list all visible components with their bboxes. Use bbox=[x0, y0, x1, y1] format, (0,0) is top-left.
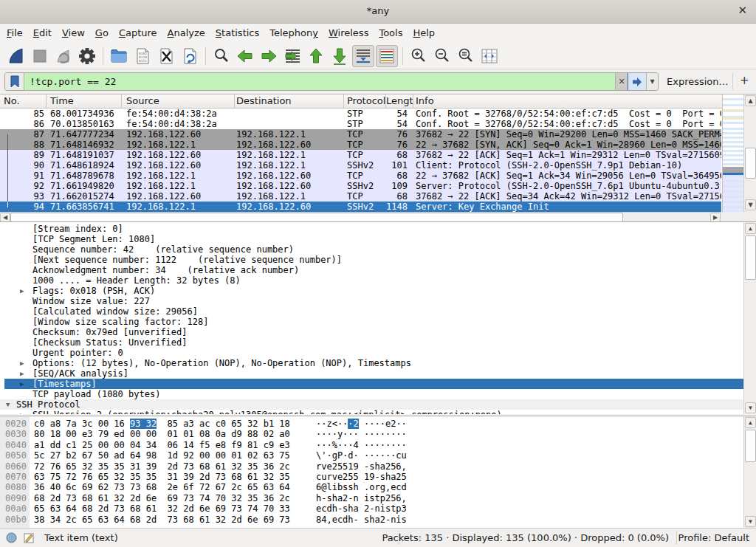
scroll-up-icon[interactable]: ▲ bbox=[745, 417, 756, 428]
detail-line[interactable]: [Calculated window size: 29056] bbox=[0, 306, 743, 317]
column-header-source[interactable]: Source bbox=[122, 94, 235, 108]
find-packet-button[interactable] bbox=[210, 45, 233, 67]
column-header-info[interactable]: Info bbox=[413, 94, 756, 108]
packet-row-94[interactable]: 9471.663856741192.168.122.1192.168.122.6… bbox=[0, 202, 721, 212]
detail-line[interactable]: Sequence number: 42 (relative sequence n… bbox=[0, 244, 743, 255]
scroll-down-icon[interactable]: ▼ bbox=[745, 199, 756, 210]
detail-line[interactable]: [Stream index: 0] bbox=[0, 224, 743, 234]
menu-file[interactable]: File bbox=[1, 24, 28, 43]
detail-line[interactable]: ▶[Timestamps] bbox=[0, 379, 743, 389]
packet-row-89[interactable]: 8971.648191037192.168.122.60192.168.122.… bbox=[0, 150, 721, 160]
intelligent-scrollbar-minimap[interactable] bbox=[722, 94, 743, 212]
filter-dropdown-button[interactable]: ▼ bbox=[646, 72, 658, 91]
scroll-up-icon[interactable]: ▲ bbox=[745, 223, 756, 234]
column-header-destination[interactable]: Destination bbox=[235, 94, 344, 108]
close-icon[interactable]: ✕ bbox=[738, 4, 747, 17]
scroll-thumb[interactable] bbox=[745, 235, 756, 280]
hex-row-0040[interactable]: 0040a1 dd c1 25 00 00 04 34 06 14 f5 e8 … bbox=[0, 440, 743, 450]
next-packet-button[interactable] bbox=[258, 45, 280, 67]
hex-row-00a0[interactable]: 00a065 63 64 68 2d 73 68 61 32 2d 6e 69 … bbox=[0, 503, 743, 514]
expand-icon[interactable]: ▶ bbox=[20, 368, 24, 379]
scroll-down-icon[interactable]: ▼ bbox=[745, 402, 756, 413]
scroll-thumb[interactable] bbox=[745, 430, 756, 462]
expand-icon[interactable]: ▶ bbox=[20, 358, 24, 368]
resize-columns-button[interactable] bbox=[478, 45, 501, 67]
column-header-no[interactable]: No. bbox=[0, 94, 47, 108]
detail-line[interactable]: TCP payload (1080 bytes) bbox=[0, 389, 743, 399]
zoom-original-button[interactable] bbox=[455, 45, 477, 67]
colorize-packets-button[interactable] bbox=[376, 45, 398, 67]
menu-analyze[interactable]: Analyze bbox=[162, 24, 210, 43]
scroll-up-icon[interactable]: ▲ bbox=[745, 95, 756, 106]
packet-row-90[interactable]: 9071.648618924192.168.122.60192.168.122.… bbox=[0, 160, 721, 171]
hex-row-0070[interactable]: 007063 75 72 76 65 32 35 35 31 39 2d 73 … bbox=[0, 472, 743, 482]
stop-capture-button[interactable] bbox=[29, 45, 51, 67]
add-filter-button[interactable]: + bbox=[740, 74, 749, 87]
restart-capture-button[interactable] bbox=[52, 45, 75, 67]
detail-line[interactable]: [Checksum Status: Unverified] bbox=[0, 337, 743, 348]
filter-clear-icon[interactable]: ✕ bbox=[615, 72, 628, 91]
detail-line[interactable]: ▶[SEQ/ACK analysis] bbox=[0, 368, 743, 379]
reload-file-button[interactable] bbox=[179, 45, 201, 67]
detail-line[interactable]: Acknowledgment number: 34 (relative ack … bbox=[0, 265, 743, 275]
menu-capture[interactable]: Capture bbox=[114, 24, 162, 43]
expert-info-icon[interactable] bbox=[6, 532, 17, 543]
open-file-button[interactable] bbox=[108, 45, 130, 67]
hex-row-0020[interactable]: 0020c0 a8 7a 3c 00 16 93 32 85 a3 ac c0 … bbox=[0, 419, 743, 429]
auto-scroll-button[interactable] bbox=[352, 45, 374, 67]
hex-row-0060[interactable]: 006072 76 65 32 35 35 31 39 2d 73 68 61 … bbox=[0, 461, 743, 472]
hex-row-0080[interactable]: 008036 40 6c 69 62 73 73 68 2e 6f 72 67 … bbox=[0, 482, 743, 492]
go-to-packet-button[interactable] bbox=[281, 45, 303, 67]
bytes-vscrollbar[interactable]: ▲ ▼ bbox=[743, 416, 756, 528]
save-file-button[interactable]: 010101100111 bbox=[131, 45, 154, 67]
detail-line[interactable]: [Next sequence number: 1122 (relative se… bbox=[0, 255, 743, 265]
packet-row-91[interactable]: 9171.648789678192.168.122.1192.168.122.6… bbox=[0, 171, 721, 181]
packet-list-vscrollbar[interactable]: ▲ ▼ bbox=[743, 94, 756, 212]
previous-packet-button[interactable] bbox=[234, 45, 256, 67]
menu-telephony[interactable]: Telephony bbox=[264, 24, 323, 43]
expand-icon[interactable]: ▶ bbox=[20, 286, 24, 296]
menu-go[interactable]: Go bbox=[90, 24, 114, 43]
expand-icon[interactable]: ▶ bbox=[20, 379, 24, 389]
menu-edit[interactable]: Edit bbox=[28, 24, 57, 43]
packet-row-88[interactable]: 8871.648146932192.168.122.1192.168.122.6… bbox=[0, 140, 721, 150]
expression-button[interactable]: Expression… bbox=[667, 76, 729, 87]
packet-row-85[interactable]: 8568.001734936fe:54:00:d4:38:2aSTP54Conf… bbox=[0, 109, 721, 119]
column-header-length[interactable]: Length bbox=[386, 94, 413, 108]
menu-view[interactable]: View bbox=[57, 24, 90, 43]
packet-row-92[interactable]: 9271.661949820192.168.122.1192.168.122.6… bbox=[0, 181, 721, 191]
display-filter-field[interactable]: !tcp.port == 22 ✕ ▼ bbox=[4, 72, 659, 91]
filter-apply-button[interactable] bbox=[628, 72, 646, 91]
detail-line[interactable]: ▶SSH Version 2 (encryption:chacha20_poly… bbox=[0, 410, 743, 414]
packet-list-hscrollbar[interactable]: ◀ ▶ bbox=[0, 212, 721, 222]
detail-line[interactable]: ▶Options: (12 bytes), No-Operation (NOP)… bbox=[0, 358, 743, 368]
hex-row-00b0[interactable]: 00b038 34 2c 65 63 64 68 2d 73 68 61 32 … bbox=[0, 515, 743, 525]
hex-row-0030[interactable]: 003080 18 00 e3 79 ed 00 00 01 01 08 0a … bbox=[0, 429, 743, 439]
detail-line[interactable]: 1000 .... = Header Length: 32 bytes (8) bbox=[0, 275, 743, 286]
packet-row-86[interactable]: 8670.013850163fe:54:00:d4:38:2aSTP54Conf… bbox=[0, 119, 721, 129]
detail-line[interactable]: [Window size scaling factor: 128] bbox=[0, 317, 743, 327]
menu-help[interactable]: Help bbox=[408, 24, 440, 43]
menu-tools[interactable]: Tools bbox=[374, 24, 408, 43]
packet-row-93[interactable]: 9371.662015274192.168.122.60192.168.122.… bbox=[0, 191, 721, 202]
zoom-out-button[interactable] bbox=[431, 45, 453, 67]
detail-line[interactable]: Window size value: 227 bbox=[0, 296, 743, 306]
filter-input[interactable]: !tcp.port == 22 bbox=[24, 76, 615, 87]
detail-line[interactable]: Urgent pointer: 0 bbox=[0, 348, 743, 358]
zoom-in-button[interactable] bbox=[408, 45, 430, 67]
hex-row-0090[interactable]: 009068 2d 73 68 61 32 2d 6e 69 73 74 70 … bbox=[0, 493, 743, 503]
title-bar[interactable]: *any ✕ bbox=[0, 0, 756, 24]
detail-line[interactable]: ▶Flags: 0x018 (PSH, ACK) bbox=[0, 286, 743, 296]
detail-line[interactable]: [TCP Segment Len: 1080] bbox=[0, 234, 743, 244]
close-file-button[interactable] bbox=[155, 45, 177, 67]
packet-row-87[interactable]: 8771.647777234192.168.122.60192.168.122.… bbox=[0, 129, 721, 140]
column-header-time[interactable]: Time bbox=[47, 94, 122, 108]
detail-line[interactable]: Checksum: 0x79ed [unverified] bbox=[0, 327, 743, 337]
collapse-icon[interactable]: ▼ bbox=[6, 399, 10, 410]
menu-wireless[interactable]: Wireless bbox=[323, 24, 374, 43]
first-packet-button[interactable] bbox=[305, 45, 327, 67]
detail-line[interactable]: ▼SSH Protocol bbox=[0, 399, 743, 410]
filter-bookmark-button[interactable] bbox=[5, 72, 24, 91]
status-profile[interactable]: Profile: Default bbox=[678, 532, 749, 543]
scroll-down-icon[interactable]: ▼ bbox=[745, 516, 756, 527]
